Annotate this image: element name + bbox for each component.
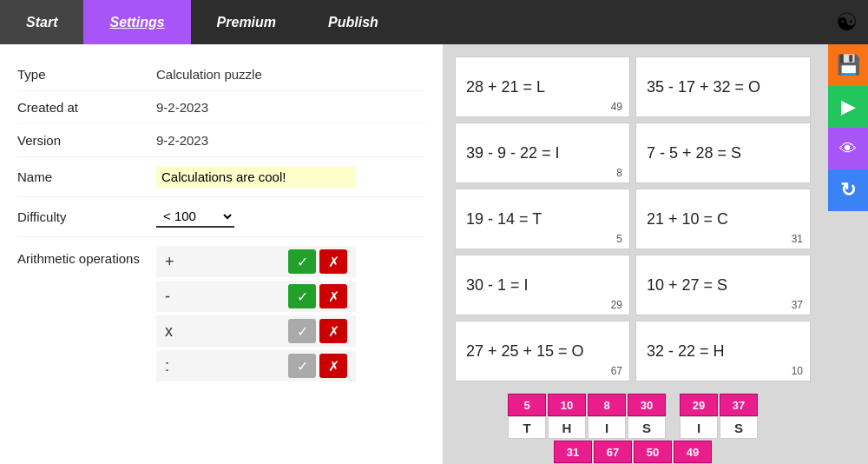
answer-row-1: 5 T 10 H 8 I 30 S 29 I [455, 394, 811, 439]
refresh-icon: ↻ [840, 179, 856, 202]
cell-expr-1: 35 - 17 + 32 = O [647, 78, 760, 96]
nav-premium[interactable]: Premium [191, 0, 302, 44]
puzzle-cell-8: 27 + 25 + 15 = O 67 [455, 321, 630, 381]
answer-letter-S1: S [628, 416, 666, 439]
answer-cell-67O: 67 O [594, 441, 632, 464]
puzzle-cell-6: 30 - 1 = I 29 [455, 255, 630, 315]
answer-cell-49L: 49 L [674, 441, 712, 464]
op-minus-check[interactable]: ✓ [288, 284, 316, 308]
top-nav: Start Settings Premium Publish ☯ [0, 0, 868, 44]
answer-cell-8I: 8 I [588, 394, 626, 439]
answer-num-30: 30 [628, 394, 666, 416]
answer-cell-31C: 31 C [554, 441, 592, 464]
difficulty-row: Difficulty < 100 < 50 < 200 [17, 197, 425, 237]
answer-num-5: 5 [508, 394, 546, 416]
op-plus-check[interactable]: ✓ [288, 249, 316, 274]
op-plus-x[interactable]: ✗ [319, 249, 347, 274]
cell-expr-6: 30 - 1 = I [466, 276, 529, 295]
answer-num-29: 29 [680, 394, 718, 416]
cell-num-6: 29 [611, 299, 622, 311]
puzzle-cell-0: 28 + 21 = L 49 [455, 56, 630, 117]
answer-cell-50O: 50 O [634, 441, 672, 464]
answer-cell-37S: 37 S [720, 394, 758, 439]
answer-gap-1 [667, 394, 678, 439]
answer-letter-H: H [548, 416, 586, 439]
cell-expr-5: 21 + 10 = C [647, 210, 728, 229]
toolbar: 💾 ▶ 👁 ↻ [828, 44, 868, 211]
answer-num-50: 50 [634, 441, 672, 463]
cell-num-5: 31 [792, 233, 803, 245]
eye-icon: 👁 [839, 139, 857, 159]
puzzle-cell-2: 39 - 9 - 22 = I 8 [455, 123, 630, 183]
answer-cell-5T: 5 T [508, 394, 546, 439]
version-value: 9-2-2023 [156, 133, 208, 148]
op-mult-x[interactable]: ✗ [319, 319, 347, 343]
answer-letter-I2: I [680, 416, 718, 439]
arith-label: Arithmetic operations [17, 246, 156, 266]
answer-letter-I: I [588, 416, 626, 439]
cell-num-4: 5 [616, 233, 622, 245]
op-mult-check[interactable]: ✓ [288, 319, 316, 343]
puzzle-cell-3: 7 - 5 + 28 = S [635, 123, 811, 183]
cell-expr-4: 19 - 14 = T [466, 210, 542, 229]
cell-expr-9: 32 - 22 = H [647, 342, 725, 361]
type-value: Calculation puzzle [156, 67, 262, 82]
refresh-button[interactable]: ↻ [828, 169, 868, 211]
op-minus-symbol: - [165, 288, 285, 306]
difficulty-label: Difficulty [17, 209, 156, 224]
arith-table: + ✓ ✗ - ✓ ✗ x ✓ ✗ : ✓ ✗ [156, 246, 356, 381]
op-mult-symbol: x [165, 322, 285, 341]
op-minus-row: - ✓ ✗ [156, 281, 356, 312]
answer-section: 5 T 10 H 8 I 30 S 29 I [455, 394, 811, 464]
cell-expr-2: 39 - 9 - 22 = I [466, 144, 560, 162]
answer-num-31: 31 [554, 441, 592, 463]
op-div-symbol: : [165, 357, 285, 375]
createdat-row: Created at 9-2-2023 [17, 91, 425, 124]
cell-expr-3: 7 - 5 + 28 = S [647, 144, 741, 162]
createdat-label: Created at [17, 100, 156, 115]
yinyang-icon[interactable]: ☯ [836, 8, 858, 36]
save-button[interactable]: 💾 [828, 44, 868, 86]
puzzle-cell-1: 35 - 17 + 32 = O [635, 56, 811, 117]
op-minus-x[interactable]: ✗ [319, 284, 347, 308]
save-icon: 💾 [837, 54, 860, 76]
puzzle-cell-7: 10 + 27 = S 37 [635, 255, 811, 315]
arith-row: Arithmetic operations + ✓ ✗ - ✓ ✗ x ✓ ✗ [17, 237, 425, 390]
left-panel: Type Calculation puzzle Created at 9-2-2… [0, 44, 443, 464]
nav-publish[interactable]: Publish [302, 0, 404, 44]
type-label: Type [17, 67, 156, 82]
answer-num-10: 10 [548, 394, 586, 416]
cell-num-2: 8 [616, 167, 622, 179]
answer-num-8: 8 [588, 394, 626, 416]
preview-button[interactable]: 👁 [828, 128, 868, 169]
name-input[interactable] [156, 166, 356, 188]
cell-num-0: 49 [611, 101, 622, 113]
cell-num-7: 37 [792, 299, 803, 311]
main-content: Type Calculation puzzle Created at 9-2-2… [0, 44, 868, 464]
puzzle-cell-5: 21 + 10 = C 31 [635, 189, 811, 249]
op-div-x[interactable]: ✗ [319, 354, 347, 378]
right-panel: 💾 ▶ 👁 ↻ 28 + 21 = L 49 35 - 17 + 32 = O [443, 44, 868, 464]
answer-cell-29I: 29 I [680, 394, 718, 439]
op-div-row: : ✓ ✗ [156, 350, 356, 381]
nav-settings[interactable]: Settings [83, 0, 190, 44]
op-plus-symbol: + [165, 253, 285, 271]
op-div-check[interactable]: ✓ [288, 354, 316, 378]
answer-letter-T: T [508, 416, 546, 439]
difficulty-select[interactable]: < 100 < 50 < 200 [156, 206, 234, 228]
cell-expr-0: 28 + 21 = L [466, 78, 545, 96]
answer-cell-30S: 30 S [628, 394, 666, 439]
nav-start[interactable]: Start [0, 0, 83, 44]
answer-cell-10H: 10 H [548, 394, 586, 439]
play-icon: ▶ [841, 96, 856, 118]
name-row: Name [17, 157, 425, 197]
createdat-value: 9-2-2023 [156, 100, 208, 115]
cell-num-8: 67 [611, 365, 622, 377]
answer-letter-S2: S [720, 416, 758, 439]
version-label: Version [17, 133, 156, 148]
play-button[interactable]: ▶ [828, 86, 868, 128]
answer-num-37: 37 [720, 394, 758, 416]
puzzle-grid: 28 + 21 = L 49 35 - 17 + 32 = O 39 - 9 -… [455, 56, 811, 381]
cell-num-9: 10 [792, 365, 803, 377]
op-mult-row: x ✓ ✗ [156, 315, 356, 347]
